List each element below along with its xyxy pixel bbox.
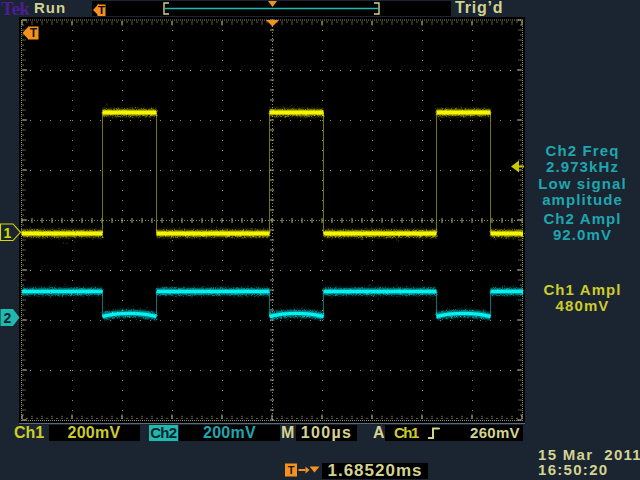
- svg-text:T: T: [30, 26, 38, 40]
- svg-text:T: T: [288, 464, 295, 476]
- svg-text:1: 1: [4, 225, 12, 241]
- svg-text:2: 2: [4, 310, 12, 326]
